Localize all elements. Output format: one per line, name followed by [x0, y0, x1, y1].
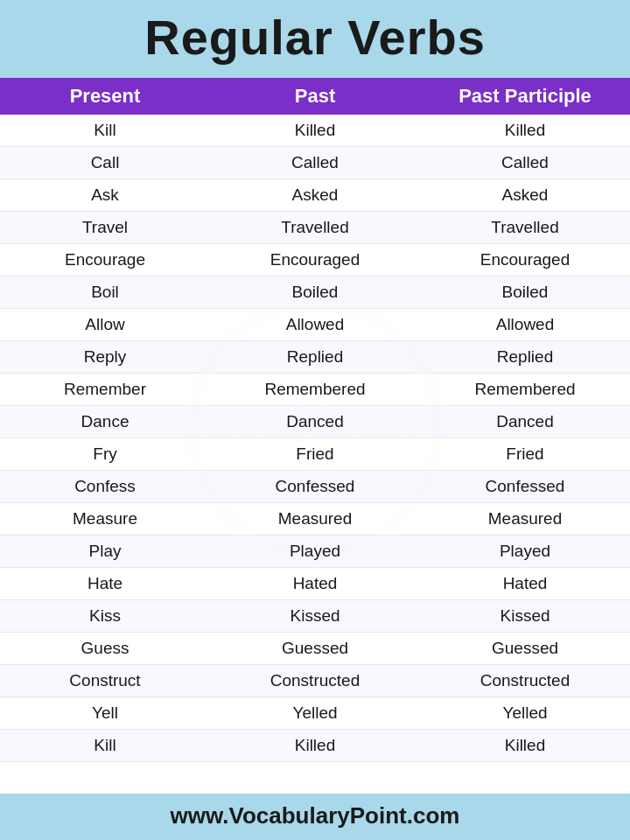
- cell: Travelled: [420, 212, 630, 243]
- cell: Boiled: [210, 276, 420, 308]
- cell: Yelled: [420, 697, 630, 729]
- cell: Kissed: [420, 600, 630, 632]
- table-row: PlayPlayedPlayed: [0, 536, 630, 568]
- table-body: I ♥ VOCABULARY POINT KillKilledKilledCal…: [0, 115, 630, 794]
- cell: Guessed: [210, 633, 420, 664]
- table-row: TravelTravelledTravelled: [0, 212, 630, 244]
- table-row: EncourageEncouragedEncouraged: [0, 244, 630, 276]
- cell: Measured: [210, 503, 420, 535]
- cell: Measured: [420, 503, 630, 535]
- cell: Encouraged: [210, 244, 420, 276]
- cell: Played: [420, 536, 630, 567]
- cell: Kiss: [0, 600, 210, 632]
- table-row: ConfessConfessedConfessed: [0, 471, 630, 503]
- table-row: KillKilledKilled: [0, 730, 630, 762]
- cell: Danced: [210, 406, 420, 438]
- table-row: HateHatedHated: [0, 568, 630, 600]
- cell: Play: [0, 536, 210, 567]
- table-row: YellYelledYelled: [0, 697, 630, 730]
- cell: Boiled: [420, 276, 630, 308]
- table-row: AskAskedAsked: [0, 179, 630, 212]
- cell: Guess: [0, 633, 210, 664]
- rows-container: KillKilledKilledCallCalledCalledAskAsked…: [0, 115, 630, 762]
- table-row: BoilBoiledBoiled: [0, 276, 630, 309]
- cell: Fry: [0, 438, 210, 470]
- cell: Encouraged: [420, 244, 630, 276]
- cell: Travel: [0, 212, 210, 243]
- table-row: ConstructConstructedConstructed: [0, 665, 630, 697]
- cell: Confessed: [210, 471, 420, 502]
- cell: Called: [420, 147, 630, 178]
- cell: Allowed: [420, 309, 630, 340]
- cell: Played: [210, 536, 420, 567]
- footer: www.VocabularyPoint.com: [0, 794, 630, 840]
- col-present: Present: [0, 85, 210, 108]
- cell: Confess: [0, 471, 210, 502]
- cell: Yell: [0, 697, 210, 729]
- cell: Confessed: [420, 471, 630, 502]
- cell: Replied: [210, 341, 420, 373]
- cell: Construct: [0, 665, 210, 696]
- cell: Measure: [0, 503, 210, 535]
- cell: Hated: [420, 568, 630, 599]
- table-row: GuessGuessedGuessed: [0, 633, 630, 665]
- cell: Hated: [210, 568, 420, 599]
- table-row: DanceDancedDanced: [0, 406, 630, 438]
- page-title: Regular Verbs: [0, 9, 630, 66]
- col-past: Past: [210, 85, 420, 108]
- cell: Kill: [0, 730, 210, 761]
- cell: Asked: [420, 179, 630, 211]
- cell: Call: [0, 147, 210, 178]
- cell: Killed: [420, 730, 630, 761]
- cell: Dance: [0, 406, 210, 438]
- cell: Constructed: [210, 665, 420, 696]
- table-row: MeasureMeasuredMeasured: [0, 503, 630, 536]
- cell: Yelled: [210, 697, 420, 729]
- cell: Reply: [0, 341, 210, 373]
- cell: Boil: [0, 276, 210, 308]
- cell: Fried: [420, 438, 630, 470]
- cell: Remembered: [210, 374, 420, 405]
- cell: Killed: [420, 115, 630, 146]
- header: Regular Verbs: [0, 0, 630, 78]
- column-headers: Present Past Past Participle: [0, 78, 630, 115]
- cell: Encourage: [0, 244, 210, 276]
- table-row: AllowAllowedAllowed: [0, 309, 630, 341]
- table-row: CallCalledCalled: [0, 147, 630, 179]
- col-past-participle: Past Participle: [420, 85, 630, 108]
- cell: Killed: [210, 730, 420, 761]
- table-row: RememberRememberedRemembered: [0, 374, 630, 406]
- cell: Allowed: [210, 309, 420, 340]
- cell: Remembered: [420, 374, 630, 405]
- cell: Asked: [210, 179, 420, 211]
- cell: Danced: [420, 406, 630, 438]
- footer-text: www.VocabularyPoint.com: [0, 802, 630, 830]
- table-row: ReplyRepliedReplied: [0, 341, 630, 374]
- cell: Kill: [0, 115, 210, 146]
- table-row: KissKissedKissed: [0, 600, 630, 633]
- cell: Constructed: [420, 665, 630, 696]
- cell: Killed: [210, 115, 420, 146]
- cell: Ask: [0, 179, 210, 211]
- cell: Replied: [420, 341, 630, 373]
- cell: Travelled: [210, 212, 420, 243]
- cell: Fried: [210, 438, 420, 470]
- table-row: FryFriedFried: [0, 438, 630, 471]
- table-row: KillKilledKilled: [0, 115, 630, 147]
- cell: Guessed: [420, 633, 630, 664]
- cell: Allow: [0, 309, 210, 340]
- cell: Remember: [0, 374, 210, 405]
- cell: Hate: [0, 568, 210, 599]
- cell: Called: [210, 147, 420, 178]
- cell: Kissed: [210, 600, 420, 632]
